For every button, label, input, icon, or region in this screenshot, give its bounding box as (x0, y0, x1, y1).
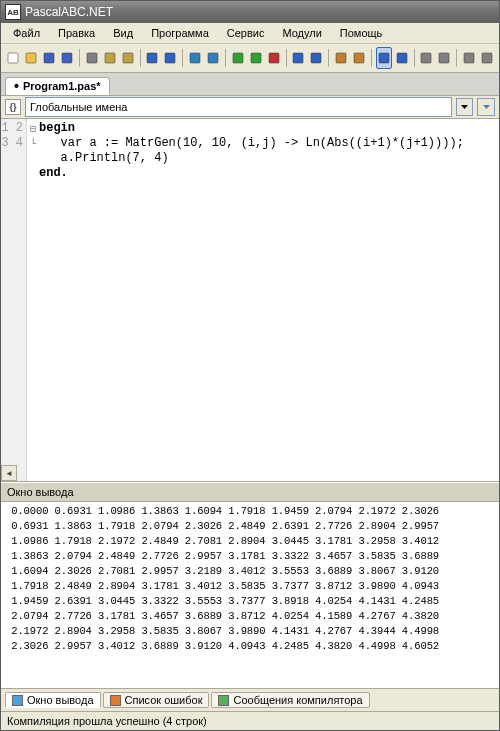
module-icon (419, 51, 433, 65)
document-tabstrip: • Program1.pas* (1, 73, 499, 96)
form-designer-button[interactable] (376, 47, 392, 69)
svg-rect-2 (44, 53, 54, 63)
fold-gutter[interactable]: ⊟ └ (27, 119, 39, 481)
tab-label: Program1.pas* (23, 80, 101, 92)
run-no-debug-button[interactable] (248, 47, 264, 69)
svg-rect-6 (123, 53, 133, 63)
svg-rect-19 (397, 53, 407, 63)
scope-combo-arrow[interactable] (456, 98, 473, 116)
tab-program1[interactable]: • Program1.pas* (5, 77, 110, 95)
toolbar (1, 44, 499, 73)
class-button[interactable] (436, 47, 452, 69)
statusbar: Компиляция прошла успешно (4 строк) (1, 711, 499, 730)
menu-правка[interactable]: Правка (50, 25, 103, 41)
svg-rect-16 (336, 53, 346, 63)
tab-color-icon (218, 695, 229, 706)
menu-файл[interactable]: Файл (5, 25, 48, 41)
svg-rect-4 (87, 53, 97, 63)
svg-rect-15 (311, 53, 321, 63)
copy-button[interactable] (102, 47, 118, 69)
new-file-icon (6, 51, 20, 65)
svg-rect-14 (293, 53, 303, 63)
cut-icon (85, 51, 99, 65)
tab-color-icon (110, 695, 121, 706)
app-window: AB PascalABC.NET ФайлПравкаВидПрограммаС… (0, 0, 500, 731)
svg-marker-24 (461, 105, 468, 109)
svg-marker-25 (483, 105, 490, 109)
run-icon (231, 51, 245, 65)
undo-icon (145, 51, 159, 65)
bottom-tab-label: Окно вывода (27, 694, 94, 706)
scope-row: {} Глобальные имена (1, 96, 499, 119)
bottom-tabstrip: Окно выводаСписок ошибокСообщения компил… (1, 688, 499, 711)
run-button[interactable] (230, 47, 246, 69)
save-all-button[interactable] (59, 47, 75, 69)
bottom-tab-сообщения-компилятора[interactable]: Сообщения компилятора (211, 692, 369, 708)
tab-color-icon (12, 695, 23, 706)
app-icon: AB (5, 4, 21, 20)
svg-rect-9 (190, 53, 200, 63)
svg-rect-7 (147, 53, 157, 63)
code-button[interactable] (394, 47, 410, 69)
redo-button[interactable] (162, 47, 178, 69)
save-button[interactable] (41, 47, 57, 69)
svg-rect-18 (379, 53, 389, 63)
stop-icon (267, 51, 281, 65)
chevron-down-icon (461, 105, 468, 109)
nav-forward-button[interactable] (205, 47, 221, 69)
step-into-button[interactable] (290, 47, 306, 69)
keyword: begin (39, 121, 75, 135)
menu-помощь[interactable]: Помощь (332, 25, 391, 41)
scroll-left-button[interactable]: ◄ (1, 465, 17, 481)
find-icon (462, 51, 476, 65)
toolbar-separator (182, 49, 183, 67)
options-button[interactable] (479, 47, 495, 69)
status-text: Компиляция прошла успешно (4 строк) (7, 715, 207, 727)
bottom-tab-окно-вывода[interactable]: Окно вывода (5, 692, 101, 708)
output-panel[interactable]: 0.0000 0.6931 1.0986 1.3863 1.6094 1.791… (1, 502, 499, 688)
form-designer-icon (377, 51, 391, 65)
scope-help-button[interactable] (477, 98, 495, 116)
nav-back-button[interactable] (187, 47, 203, 69)
paste-button[interactable] (120, 47, 136, 69)
new-file-button[interactable] (5, 47, 21, 69)
svg-rect-8 (165, 53, 175, 63)
toolbar-separator (225, 49, 226, 67)
bottom-tab-список-ошибок[interactable]: Список ошибок (103, 692, 210, 708)
undo-button[interactable] (144, 47, 160, 69)
menu-вид[interactable]: Вид (105, 25, 141, 41)
dirty-indicator-icon: • (14, 82, 19, 90)
toolbar-separator (286, 49, 287, 67)
menu-программа[interactable]: Программа (143, 25, 217, 41)
stop-button[interactable] (266, 47, 282, 69)
scope-combo[interactable]: Глобальные имена (25, 97, 452, 117)
class-icon (437, 51, 451, 65)
find-button[interactable] (461, 47, 477, 69)
toolbar-separator (328, 49, 329, 67)
titlebar[interactable]: AB PascalABC.NET (1, 1, 499, 23)
code-editor[interactable]: 1 2 3 4 ⊟ └ begin var a := MatrGen(10, 1… (1, 119, 499, 482)
svg-rect-20 (421, 53, 431, 63)
chevron-down-icon (483, 105, 490, 109)
svg-rect-0 (8, 53, 18, 63)
compile-button[interactable] (333, 47, 349, 69)
module-button[interactable] (418, 47, 434, 69)
menu-модули[interactable]: Модули (274, 25, 329, 41)
step-over-button[interactable] (308, 47, 324, 69)
cut-button[interactable] (84, 47, 100, 69)
build-button[interactable] (351, 47, 367, 69)
svg-rect-21 (439, 53, 449, 63)
svg-rect-12 (251, 53, 261, 63)
line-number-gutter: 1 2 3 4 (1, 119, 27, 481)
open-button[interactable] (23, 47, 39, 69)
menu-сервис[interactable]: Сервис (219, 25, 273, 41)
code-area[interactable]: begin var a := MatrGen(10, 10, (i,j) -> … (39, 119, 499, 481)
bottom-tab-label: Список ошибок (125, 694, 203, 706)
keyword: end. (39, 166, 68, 180)
scope-icon: {} (5, 99, 21, 115)
save-all-icon (60, 51, 74, 65)
toolbar-separator (371, 49, 372, 67)
toolbar-separator (456, 49, 457, 67)
toolbar-separator (79, 49, 80, 67)
output-panel-header[interactable]: Окно вывода (1, 482, 499, 502)
